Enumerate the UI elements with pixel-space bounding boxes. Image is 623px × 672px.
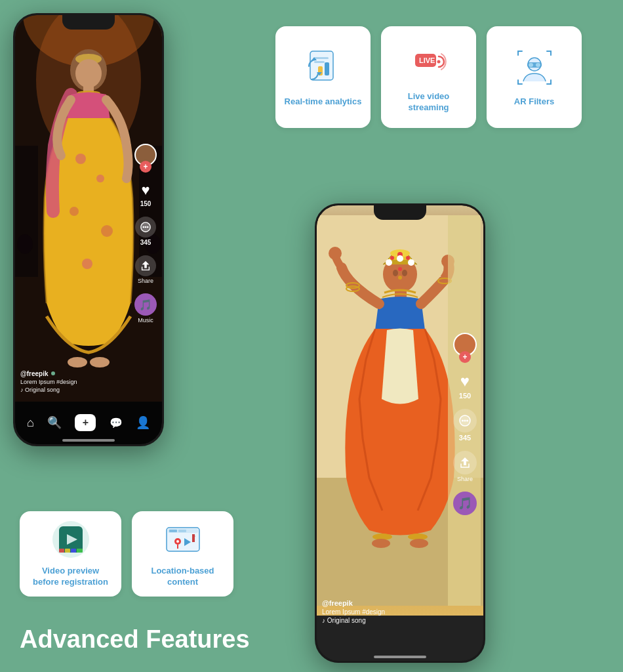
- share-arrow-icon: [140, 260, 151, 272]
- comment-right-count: 345: [459, 434, 471, 442]
- svg-point-61: [372, 539, 390, 548]
- phone-right: + ♥ 150: [315, 203, 485, 663]
- phone-left-screen: + ♥ 150: [15, 15, 162, 444]
- svg-rect-78: [178, 530, 186, 532]
- svg-point-31: [17, 234, 33, 254]
- location-content-icon: [163, 520, 203, 559]
- svg-point-50: [398, 267, 402, 271]
- svg-rect-12: [529, 63, 533, 67]
- music-icon[interactable]: 🎵: [134, 293, 157, 316]
- svg-point-49: [402, 270, 407, 276]
- song-text: ♪ Original song: [20, 387, 77, 393]
- bottom-feature-cards: Video preview before registration: [20, 511, 233, 597]
- svg-rect-0: [310, 51, 333, 80]
- username-display: @freepik: [20, 370, 77, 377]
- feature-cards-row: Real-time analytics LIVE Live video stre…: [275, 26, 582, 128]
- share-right-arrow-icon: [458, 456, 472, 469]
- share-label: Share: [138, 278, 153, 284]
- svg-point-54: [329, 247, 342, 260]
- svg-point-62: [410, 539, 428, 548]
- share-icon[interactable]: [135, 255, 156, 276]
- heart-right-count: 150: [459, 392, 471, 400]
- svg-rect-2: [314, 61, 325, 63]
- svg-rect-4: [325, 62, 329, 75]
- heart-icon[interactable]: ♥: [141, 182, 150, 199]
- music-right-icon[interactable]: 🎵: [453, 492, 477, 515]
- username-right: @freepik: [322, 599, 385, 607]
- music-container: 🎵 Music: [134, 293, 157, 324]
- live-streaming-card: LIVE Live video streaming: [381, 26, 476, 128]
- follow-plus[interactable]: +: [140, 161, 151, 173]
- svg-point-47: [408, 259, 414, 266]
- svg-point-24: [70, 207, 79, 216]
- svg-point-34: [143, 226, 145, 228]
- home-indicator-right: [374, 656, 426, 658]
- svg-rect-29: [15, 146, 38, 277]
- video-preview-icon-wrap: [51, 520, 90, 559]
- video-preview-card: Video preview before registration: [20, 511, 121, 597]
- home-indicator: [62, 439, 115, 442]
- heart-container: ♥ 150: [140, 182, 151, 207]
- svg-rect-13: [536, 63, 540, 67]
- music-label: Music: [138, 317, 153, 324]
- svg-point-23: [96, 175, 104, 182]
- phone-right-overlay: @freepik Lorem Ipsum #design ♪ Original …: [322, 599, 385, 624]
- svg-point-25: [101, 225, 113, 237]
- video-preview-label: Video preview before registration: [29, 566, 112, 588]
- messages-nav-icon[interactable]: 💬: [110, 417, 123, 429]
- follow-plus-right[interactable]: +: [459, 351, 471, 363]
- phone-right-notch: [374, 205, 426, 220]
- chat-bubble-right-icon: [458, 414, 472, 427]
- phone-left-nav: ⌂ 🔍 + 💬 👤: [15, 402, 162, 444]
- svg-point-48: [393, 270, 398, 276]
- share-right-icon[interactable]: [453, 451, 477, 474]
- comment-count: 345: [140, 239, 151, 246]
- svg-point-67: [466, 420, 468, 422]
- svg-rect-77: [169, 530, 177, 532]
- svg-point-80: [176, 540, 179, 543]
- phone-right-icons: + ♥ 150: [453, 333, 477, 515]
- ar-icon-wrap: [513, 47, 555, 89]
- location-card: Location-based content: [132, 511, 233, 597]
- ar-filters-card: AR Filters: [487, 26, 582, 128]
- ar-card-label: AR Filters: [514, 96, 554, 108]
- phone-left-notch: [62, 15, 115, 30]
- profile-nav-icon[interactable]: 👤: [136, 415, 150, 430]
- svg-point-9: [437, 60, 440, 63]
- search-nav-icon[interactable]: 🔍: [47, 415, 62, 430]
- comment-icon[interactable]: [135, 217, 156, 238]
- phone-left-frame: + ♥ 150: [13, 13, 164, 446]
- location-icon-wrap: [163, 520, 203, 559]
- phone-right-frame: + ♥ 150: [315, 203, 485, 663]
- add-nav-button[interactable]: +: [75, 414, 96, 431]
- share-container: Share: [135, 255, 156, 284]
- heart-right-container: ♥ 150: [459, 372, 471, 400]
- comment-right-icon[interactable]: [453, 409, 477, 432]
- advanced-features-heading: Advanced Features: [20, 625, 250, 654]
- live-card-label: Live video streaming: [389, 91, 468, 114]
- analytics-card-label: Real-time analytics: [285, 96, 362, 108]
- username-text: @freepik: [20, 370, 49, 377]
- phone-left: + ♥ 150: [13, 13, 164, 446]
- svg-point-46: [397, 255, 403, 262]
- svg-point-28: [90, 357, 110, 368]
- heart-count: 150: [140, 200, 151, 207]
- song-right: ♪ Original song: [322, 617, 385, 624]
- svg-point-27: [68, 357, 87, 368]
- ar-filters-icon: [514, 47, 555, 88]
- comment-container: 345: [135, 217, 156, 246]
- video-preview-icon: [51, 520, 90, 559]
- svg-rect-1: [314, 57, 329, 59]
- hashtag-right: Lorem Ipsum #design: [322, 608, 385, 616]
- svg-point-66: [464, 420, 466, 422]
- svg-point-74: [52, 521, 89, 558]
- live-icon-wrap: LIVE: [408, 41, 450, 83]
- svg-text:LIVE: LIVE: [419, 56, 435, 64]
- music-right-container: 🎵: [453, 492, 477, 515]
- home-nav-icon[interactable]: ⌂: [27, 416, 34, 430]
- chat-bubble-icon: [140, 221, 151, 233]
- analytics-icon-wrap: [302, 47, 344, 89]
- comment-right-container: 345: [453, 409, 477, 442]
- heart-right-icon[interactable]: ♥: [460, 372, 470, 390]
- analytics-icon: [304, 48, 343, 87]
